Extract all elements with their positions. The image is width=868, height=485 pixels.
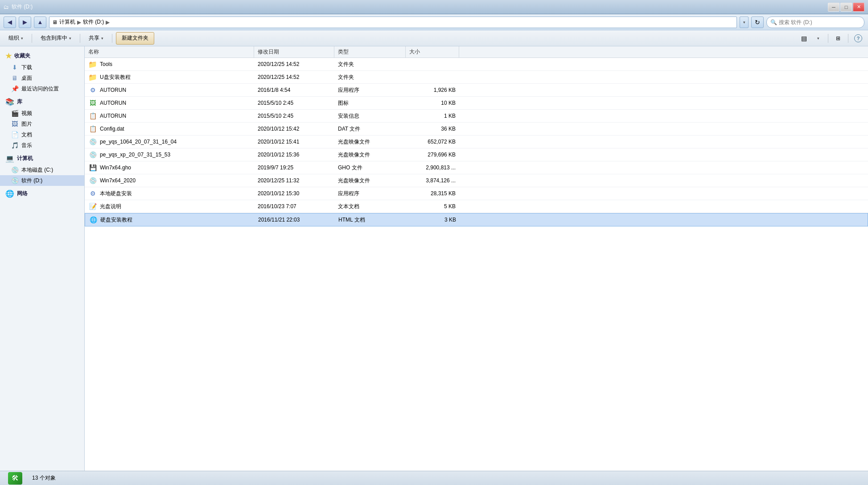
file-cell-type: 应用程序 bbox=[334, 187, 406, 200]
sidebar-video-label: 视频 bbox=[21, 110, 32, 117]
sidebar-item-video[interactable]: 🎬 视频 bbox=[0, 108, 84, 119]
file-row[interactable]: ⚙ 本地硬盘安装 2020/10/12 15:30 应用程序 28,315 KB bbox=[85, 187, 868, 200]
file-size: 1 KB bbox=[444, 113, 456, 119]
file-row[interactable]: 🌐 硬盘安装教程 2016/11/21 22:03 HTML 文档 3 KB bbox=[85, 213, 868, 226]
back-button[interactable]: ◀ bbox=[4, 16, 16, 28]
file-row[interactable]: 📁 U盘安装教程 2020/12/25 14:52 文件夹 bbox=[85, 71, 868, 84]
file-type: GHO 文件 bbox=[338, 164, 362, 172]
search-bar[interactable]: 🔍 bbox=[766, 16, 864, 28]
toolbar-right: ▤ ▾ ⊞ ? bbox=[798, 33, 864, 44]
view-dropdown-button[interactable]: ▾ bbox=[812, 33, 824, 44]
file-row[interactable]: 💾 Win7x64.gho 2019/9/7 19:25 GHO 文件 2,90… bbox=[85, 161, 868, 174]
new-folder-button[interactable]: 新建文件夹 bbox=[116, 32, 154, 45]
preview-pane-button[interactable]: ⊞ bbox=[832, 33, 844, 44]
view-toggle-button[interactable]: ▤ bbox=[798, 33, 810, 44]
col-size[interactable]: 大小 bbox=[406, 46, 459, 58]
share-button[interactable]: 共享 ▾ bbox=[84, 32, 108, 45]
sidebar-item-picture[interactable]: 🖼 图片 bbox=[0, 119, 84, 129]
file-type: 安装信息 bbox=[338, 112, 359, 120]
sidebar-downloads-label: 下载 bbox=[21, 64, 32, 71]
sidebar-picture-label: 图片 bbox=[21, 120, 32, 128]
organize-button[interactable]: 组织 ▾ bbox=[4, 32, 28, 45]
file-row[interactable]: 💿 pe_yqs_xp_20_07_31_15_53 2020/10/12 15… bbox=[85, 148, 868, 161]
sidebar-item-desktop[interactable]: 🖥 桌面 bbox=[0, 73, 84, 83]
sidebar-item-downloads[interactable]: ⬇ 下载 bbox=[0, 62, 84, 73]
sidebar-favorites-header[interactable]: ★ 收藏夹 bbox=[0, 50, 84, 62]
col-name[interactable]: 名称 bbox=[85, 46, 254, 58]
file-area[interactable]: 名称 修改日期 类型 大小 📁 Tools 2020/12/25 14:52 文… bbox=[85, 46, 868, 471]
sidebar-item-local-c[interactable]: 💿 本地磁盘 (C:) bbox=[0, 164, 84, 175]
sidebar-item-document[interactable]: 📄 文档 bbox=[0, 129, 84, 140]
file-cell-size bbox=[406, 58, 459, 70]
file-cell-name: ⚙ AUTORUN bbox=[85, 84, 254, 96]
sidebar-computer-section: 💻 计算机 💿 本地磁盘 (C:) 💿 软件 (D:) bbox=[0, 152, 84, 186]
file-size: 3,874,126 ... bbox=[426, 177, 456, 184]
addressbar: ◀ ▶ ▲ 🖥 计算机 ▶ 软件 (D:) ▶ ▾ ↻ 🔍 bbox=[0, 14, 868, 30]
minimize-button[interactable]: ─ bbox=[828, 3, 839, 12]
file-icon: 💿 bbox=[88, 137, 97, 146]
col-modified[interactable]: 修改日期 bbox=[254, 46, 334, 58]
sidebar-network-section: 🌐 网络 bbox=[0, 188, 84, 200]
file-name: pe_yqs_1064_20_07_31_16_04 bbox=[100, 139, 177, 145]
help-button[interactable]: ? bbox=[852, 33, 864, 44]
statusbar: 🛠 13 个对象 bbox=[0, 471, 868, 485]
file-size: 10 KB bbox=[441, 100, 456, 106]
sidebar-music-label: 音乐 bbox=[21, 142, 32, 149]
picture-icon: 🖼 bbox=[11, 120, 19, 128]
downloads-icon: ⬇ bbox=[11, 63, 19, 71]
up-button[interactable]: ▲ bbox=[34, 16, 46, 28]
sidebar-software-d-label: 软件 (D:) bbox=[21, 177, 42, 185]
sidebar-item-software-d[interactable]: 💿 软件 (D:) bbox=[0, 175, 84, 186]
refresh-button[interactable]: ↻ bbox=[751, 16, 764, 28]
include-library-button[interactable]: 包含到库中 ▾ bbox=[36, 32, 76, 45]
view-dropdown-icon: ▾ bbox=[817, 36, 819, 41]
maximize-button[interactable]: □ bbox=[840, 3, 852, 12]
col-type[interactable]: 类型 bbox=[334, 46, 406, 58]
file-row[interactable]: 🖼 AUTORUN 2015/5/10 2:45 图标 10 KB bbox=[85, 97, 868, 110]
breadcrumb-computer[interactable]: 计算机 bbox=[59, 18, 75, 26]
file-row[interactable]: 📋 AUTORUN 2015/5/10 2:45 安装信息 1 KB bbox=[85, 110, 868, 123]
file-cell-size bbox=[406, 71, 459, 83]
file-row[interactable]: 💿 Win7x64_2020 2020/12/25 11:32 光盘映像文件 3… bbox=[85, 174, 868, 187]
file-cell-type: DAT 文件 bbox=[334, 123, 406, 135]
file-row[interactable]: 📋 Config.dat 2020/10/12 15:42 DAT 文件 36 … bbox=[85, 123, 868, 136]
sidebar-computer-label: 计算机 bbox=[17, 155, 33, 162]
breadcrumb-drive[interactable]: 软件 (D:) bbox=[83, 18, 104, 26]
toolbar-separator-3 bbox=[112, 34, 112, 43]
file-cell-size: 652,072 KB bbox=[406, 136, 459, 148]
file-name: pe_yqs_xp_20_07_31_15_53 bbox=[100, 152, 170, 158]
titlebar-left: 🗂 软件 (D:) bbox=[4, 3, 33, 11]
file-row[interactable]: 💿 pe_yqs_1064_20_07_31_16_04 2020/10/12 … bbox=[85, 136, 868, 148]
network-icon: 🌐 bbox=[5, 189, 14, 198]
sidebar-computer-header[interactable]: 💻 计算机 bbox=[0, 152, 84, 164]
breadcrumb-bar[interactable]: 🖥 计算机 ▶ 软件 (D:) ▶ bbox=[49, 16, 737, 28]
sidebar-library-header[interactable]: 📚 库 bbox=[0, 96, 84, 108]
sidebar: ★ 收藏夹 ⬇ 下载 🖥 桌面 📌 最近访问的位置 📚 库 � bbox=[0, 46, 85, 471]
file-type: 文件夹 bbox=[338, 61, 354, 68]
file-cell-name: 💿 pe_yqs_1064_20_07_31_16_04 bbox=[85, 136, 254, 148]
sidebar-item-music[interactable]: 🎵 音乐 bbox=[0, 140, 84, 151]
forward-button[interactable]: ▶ bbox=[19, 16, 31, 28]
file-row[interactable]: ⚙ AUTORUN 2016/1/8 4:54 应用程序 1,926 KB bbox=[85, 84, 868, 97]
file-type: 光盘映像文件 bbox=[338, 177, 370, 185]
file-cell-size: 10 KB bbox=[406, 97, 459, 109]
file-cell-name: 📝 光盘说明 bbox=[85, 200, 254, 213]
file-icon: 🖼 bbox=[88, 99, 97, 107]
library-icon: 📚 bbox=[5, 98, 14, 106]
sidebar-network-header[interactable]: 🌐 网络 bbox=[0, 188, 84, 200]
sidebar-item-recent[interactable]: 📌 最近访问的位置 bbox=[0, 83, 84, 94]
new-folder-label: 新建文件夹 bbox=[122, 35, 148, 41]
search-input[interactable] bbox=[779, 19, 860, 25]
file-cell-size: 5 KB bbox=[406, 200, 459, 213]
close-button[interactable]: ✕ bbox=[853, 3, 864, 12]
sidebar-desktop-label: 桌面 bbox=[21, 74, 32, 82]
address-dropdown-button[interactable]: ▾ bbox=[740, 16, 749, 28]
breadcrumb-icon: 🖥 bbox=[52, 19, 58, 25]
organize-dropdown-icon: ▾ bbox=[21, 36, 23, 41]
file-cell-type: 光盘映像文件 bbox=[334, 148, 406, 161]
file-name: 本地硬盘安装 bbox=[100, 190, 132, 197]
file-icon: 💾 bbox=[88, 163, 97, 172]
file-row[interactable]: 📝 光盘说明 2016/10/23 7:07 文本文档 5 KB bbox=[85, 200, 868, 213]
toolbar-separator-1 bbox=[32, 34, 32, 43]
file-row[interactable]: 📁 Tools 2020/12/25 14:52 文件夹 bbox=[85, 58, 868, 71]
